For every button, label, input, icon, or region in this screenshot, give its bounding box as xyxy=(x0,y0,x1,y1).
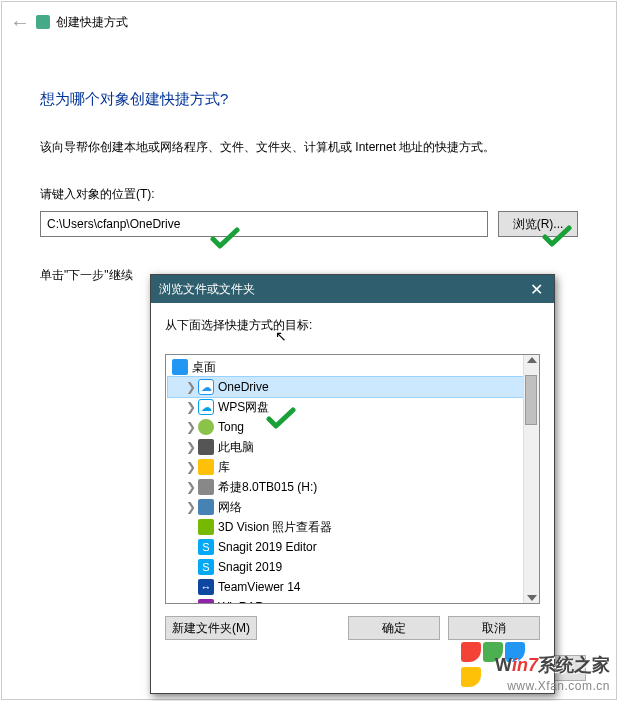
browse-folder-dialog: 浏览文件或文件夹 ✕ 从下面选择快捷方式的目标: 桌面 ❯ ☁ OneDrive… xyxy=(150,274,555,694)
desktop-icon xyxy=(172,359,188,375)
tree-label: WPS网盘 xyxy=(218,399,269,416)
shortcut-icon xyxy=(36,15,50,29)
snagit-icon: S xyxy=(198,559,214,575)
network-icon xyxy=(198,499,214,515)
tree-node-3dvision[interactable]: 3D Vision 照片查看器 xyxy=(168,517,537,537)
user-icon xyxy=(198,419,214,435)
tree-label: WinRAR xyxy=(218,600,264,604)
check-icon xyxy=(266,406,296,430)
tree-node-snagit[interactable]: S Snagit 2019 xyxy=(168,557,537,577)
wps-icon: ☁ xyxy=(198,399,214,415)
libraries-icon xyxy=(198,459,214,475)
watermark-url: www.Xfan.com.cn xyxy=(507,679,610,693)
check-icon xyxy=(210,226,240,250)
tree-label: Snagit 2019 xyxy=(218,560,282,574)
tree-label: 此电脑 xyxy=(218,439,254,456)
location-label: 请键入对象的位置(T): xyxy=(40,186,578,203)
tree-node-teamviewer[interactable]: ↔ TeamViewer 14 xyxy=(168,577,537,597)
drive-icon xyxy=(198,479,214,495)
tree-node-onedrive[interactable]: ❯ ☁ OneDrive xyxy=(168,377,537,397)
dialog-title-text: 浏览文件或文件夹 xyxy=(159,281,255,298)
dialog-titlebar[interactable]: 浏览文件或文件夹 ✕ xyxy=(151,275,554,303)
tree-label: 库 xyxy=(218,459,230,476)
tree-node-desktop[interactable]: 桌面 xyxy=(168,357,537,377)
tree-node-drive[interactable]: ❯ 希捷8.0TB015 (H:) xyxy=(168,477,537,497)
snagit-icon: S xyxy=(198,539,214,555)
location-input[interactable] xyxy=(40,211,488,237)
tree-node-wps[interactable]: ❯ ☁ WPS网盘 xyxy=(168,397,537,417)
wizard-description: 该向导帮你创建本地或网络程序、文件、文件夹、计算机或 Internet 地址的快… xyxy=(40,139,578,156)
dialog-cancel-button[interactable]: 取消 xyxy=(448,616,540,640)
nvidia-icon xyxy=(198,519,214,535)
tree-node-libraries[interactable]: ❯ 库 xyxy=(168,457,537,477)
check-icon xyxy=(542,224,572,248)
close-icon[interactable]: ✕ xyxy=(526,280,546,299)
wizard-heading: 想为哪个对象创建快捷方式? xyxy=(40,90,578,109)
dialog-instruction: 从下面选择快捷方式的目标: xyxy=(165,317,540,334)
back-arrow-icon[interactable]: ← xyxy=(10,12,30,32)
tree-label: Snagit 2019 Editor xyxy=(218,540,317,554)
wizard-top-bar: ← 创建快捷方式 xyxy=(2,2,616,42)
black-background-strip xyxy=(2,503,152,699)
expand-icon[interactable]: ❯ xyxy=(184,500,198,514)
tree-label: 桌面 xyxy=(192,359,216,376)
tree-node-thispc[interactable]: ❯ 此电脑 xyxy=(168,437,537,457)
expand-icon[interactable]: ❯ xyxy=(184,460,198,474)
scrollbar-thumb[interactable] xyxy=(525,375,537,425)
tree-node-snagit-editor[interactable]: S Snagit 2019 Editor xyxy=(168,537,537,557)
expand-icon[interactable]: ❯ xyxy=(184,380,198,394)
pc-icon xyxy=(198,439,214,455)
ok-button[interactable]: 确定 xyxy=(348,616,440,640)
wizard-title: 创建快捷方式 xyxy=(56,14,128,31)
wizard-body: 想为哪个对象创建快捷方式? 该向导帮你创建本地或网络程序、文件、文件夹、计算机或… xyxy=(2,42,616,284)
expand-icon[interactable]: ❯ xyxy=(184,400,198,414)
folder-tree[interactable]: 桌面 ❯ ☁ OneDrive ❯ ☁ WPS网盘 ❯ Tong xyxy=(165,354,540,604)
watermark-text: Win7系统之家 xyxy=(495,653,610,677)
tree-node-winrar[interactable]: WinRAR xyxy=(168,597,537,604)
tree-label: TeamViewer 14 xyxy=(218,580,301,594)
onedrive-icon: ☁ xyxy=(198,379,214,395)
tree-label: Tong xyxy=(218,420,244,434)
tree-node-network[interactable]: ❯ 网络 xyxy=(168,497,537,517)
tree-label: 3D Vision 照片查看器 xyxy=(218,519,332,536)
tree-node-user[interactable]: ❯ Tong xyxy=(168,417,537,437)
tree-label: OneDrive xyxy=(218,380,269,394)
winrar-icon xyxy=(198,599,214,604)
teamviewer-icon: ↔ xyxy=(198,579,214,595)
new-folder-button[interactable]: 新建文件夹(M) xyxy=(165,616,257,640)
expand-icon[interactable]: ❯ xyxy=(184,420,198,434)
tree-label: 希捷8.0TB015 (H:) xyxy=(218,479,317,496)
tree-scrollbar[interactable] xyxy=(523,355,539,603)
tree-label: 网络 xyxy=(218,499,242,516)
expand-icon[interactable]: ❯ xyxy=(184,480,198,494)
expand-icon[interactable]: ❯ xyxy=(184,440,198,454)
